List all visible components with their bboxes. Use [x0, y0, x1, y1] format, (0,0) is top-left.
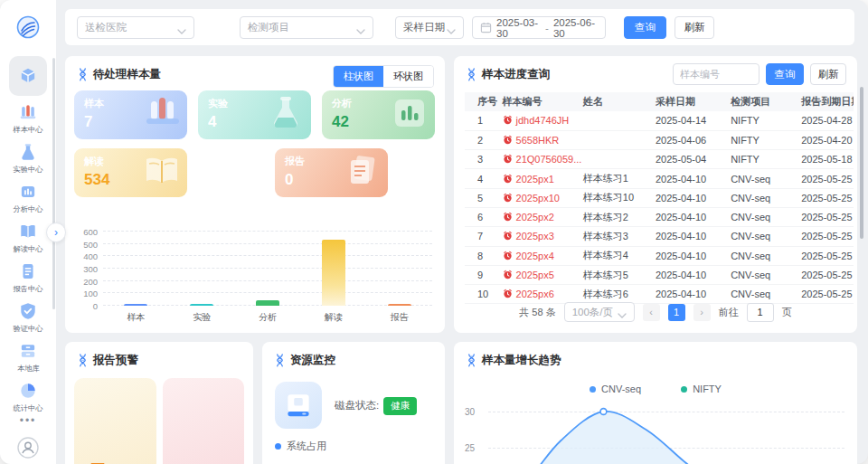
alert-panel-title: 报告预警 [93, 353, 138, 368]
trend-panel-title: 样本量增长趋势 [482, 353, 561, 368]
cell-no: 7 [465, 227, 501, 246]
sidebar-expand-button[interactable]: › [46, 223, 66, 242]
cell-no: 6 [465, 207, 501, 226]
cell-due-date: 2025-05-25 [799, 246, 854, 265]
pending-samples-panel: 待处理样本量 柱状图环状图 样本7实验4分析42解读534报告0 0100200… [65, 56, 445, 333]
cell-sample-id[interactable]: 2025px10 [501, 188, 581, 207]
cell-name [581, 111, 654, 130]
sidebar-item-home[interactable] [9, 56, 47, 96]
alarm-icon [503, 193, 513, 203]
cell-sample-id[interactable]: 2025px5 [501, 265, 581, 284]
cell-no: 10 [465, 285, 501, 304]
overdue-alert-card[interactable]: ! [163, 378, 245, 464]
hospital-select[interactable]: 送检医院 [77, 16, 194, 39]
cell-sample-id[interactable]: 5658HKR [501, 130, 581, 149]
cell-sample-id[interactable]: 2025px3 [501, 227, 581, 246]
column-header: 采样日期 [654, 92, 729, 111]
cell-sample-date: 2025-04-10 [654, 246, 729, 265]
analysis-chip-icon [18, 182, 38, 202]
sample-trend-panel: 样本量增长趋势 CNV-seqNIFTY 3025 [454, 342, 857, 464]
date-type-select[interactable]: 采样日期 [395, 16, 464, 39]
goto-page-input[interactable] [747, 303, 774, 322]
column-header: 姓名 [581, 92, 654, 111]
tubes-illustration [140, 94, 184, 134]
legend-dot-icon [681, 386, 687, 393]
window-scrollbar[interactable] [860, 87, 863, 239]
stat-card-green[interactable]: 分析42 [322, 90, 435, 139]
sidebar-item-label: 验证中心 [13, 324, 42, 335]
x-axis-label: 解读 [300, 311, 366, 324]
tab-bar-chart[interactable]: 柱状图 [334, 66, 383, 87]
date-end: 2025-06-30 [553, 17, 598, 39]
stat-card-orange[interactable]: 报告0 [275, 148, 388, 197]
sidebar-more-button[interactable]: ••• [20, 414, 37, 427]
cell-sample-date: 2025-05-04 [654, 150, 729, 169]
dna-icon [467, 68, 476, 81]
alarm-icon [503, 212, 513, 222]
cell-name: 样本练习5 [581, 265, 654, 284]
cell-project: CNV-seq [729, 207, 799, 226]
cell-no: 4 [465, 169, 501, 188]
table-query-button[interactable]: 查询 [766, 63, 804, 85]
stat-card-blue[interactable]: 样本7 [74, 90, 187, 139]
sidebar-item-8[interactable]: 统计中心 [0, 381, 56, 414]
cell-project: CNV-seq [729, 188, 799, 207]
docs-illustration [341, 152, 384, 192]
cell-sample-id[interactable]: 2025px1 [501, 169, 581, 188]
user-avatar[interactable] [16, 436, 40, 459]
cell-sample-id[interactable]: jdhd4746JH [501, 111, 581, 130]
alarm-icon [503, 154, 513, 164]
cell-no: 9 [465, 265, 501, 284]
disk-icon [275, 382, 322, 429]
app-window: 样本中心实验中心分析中心解读中心报告中心验证中心本地库统计中心 ••• › 送检… [0, 0, 868, 464]
cell-name: 样本练习4 [581, 246, 654, 265]
current-page-button[interactable]: 1 [668, 304, 685, 321]
table-row: 52025px10样本练习102025-04-10CNV-seq2025-05-… [465, 188, 854, 207]
next-page-button[interactable]: › [693, 304, 711, 321]
refresh-button[interactable]: 刷新 [675, 16, 714, 39]
sample-id-search-input[interactable] [673, 63, 760, 85]
sidebar-item-1[interactable]: 样本中心 [0, 102, 56, 136]
cell-sample-date: 2025-04-10 [654, 285, 729, 304]
trend-line-chart: 3025 [463, 400, 848, 464]
cell-sample-id[interactable]: 21Q0756059... [501, 150, 581, 169]
dna-icon [467, 354, 476, 367]
cell-name: 样本练习10 [581, 188, 654, 207]
app-logo-icon [14, 13, 42, 42]
stat-card-yellow[interactable]: 解读534 [74, 148, 187, 197]
bar-分析 [256, 300, 279, 306]
cell-due-date: 2025-05-25 [799, 169, 854, 188]
project-select[interactable]: 检测项目 [240, 16, 373, 39]
cell-sample-date: 2025-04-06 [654, 130, 729, 149]
date-range-picker[interactable]: 2025-03-30 - 2025-06-30 [472, 16, 606, 39]
cell-sample-id[interactable]: 2025px2 [501, 207, 581, 226]
tab-ring-chart[interactable]: 环状图 [383, 66, 433, 87]
legend-dot-icon [275, 443, 281, 450]
disk-status-label: 磁盘状态: [335, 400, 379, 411]
due-soon-alert-card[interactable] [74, 378, 156, 464]
chart-illustration [388, 94, 431, 134]
cell-sample-id[interactable]: 2025px4 [501, 246, 581, 265]
prev-page-button[interactable]: ‹ [643, 304, 660, 321]
cell-due-date: 2025-05-25 [799, 265, 854, 284]
report-doc-icon [18, 261, 38, 281]
sidebar-item-6[interactable]: 验证中心 [0, 301, 56, 335]
table-refresh-button[interactable]: 刷新 [810, 63, 846, 85]
query-button[interactable]: 查询 [624, 16, 666, 39]
sidebar-item-3[interactable]: 分析中心 [0, 182, 56, 215]
legend-item-NIFTY[interactable]: NIFTY [681, 384, 722, 394]
page-size-select[interactable]: 100条/页 [564, 302, 635, 322]
sidebar-item-label: 本地库 [17, 364, 40, 374]
sidebar-item-7[interactable]: 本地库 [0, 341, 56, 374]
cell-sample-date: 2025-04-10 [654, 265, 729, 284]
sidebar-scrollbar[interactable] [52, 58, 55, 309]
cell-due-date: 2025-04-28 [799, 111, 854, 130]
sidebar-item-2[interactable]: 实验中心 [0, 142, 56, 175]
chevron-down-icon [618, 309, 627, 315]
stat-card-teal[interactable]: 实验4 [198, 90, 311, 139]
sidebar-item-5[interactable]: 报告中心 [0, 261, 56, 295]
legend-item-CNV-seq[interactable]: CNV-seq [590, 384, 641, 394]
cell-name: 样本练习2 [581, 207, 654, 226]
x-axis-label: 报告 [366, 311, 432, 324]
cell-sample-id[interactable]: 2025px6 [501, 285, 581, 304]
